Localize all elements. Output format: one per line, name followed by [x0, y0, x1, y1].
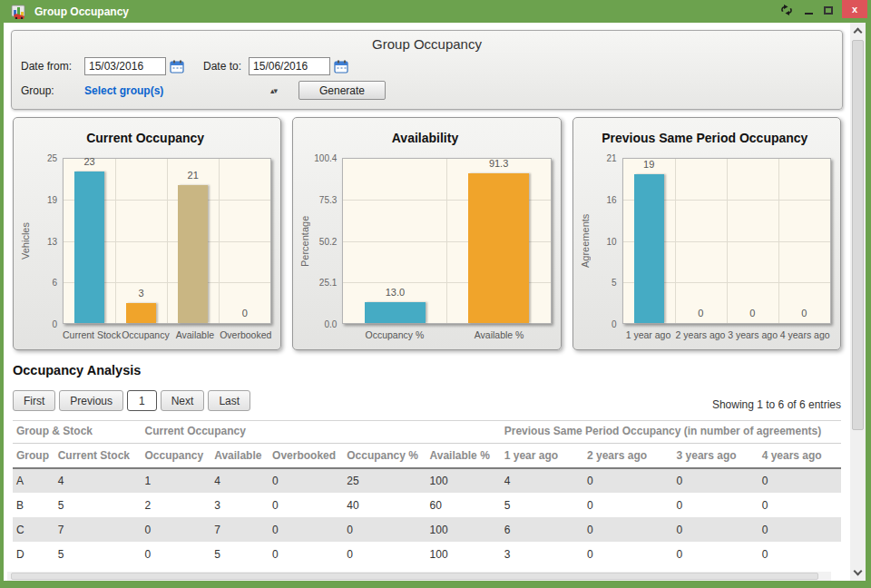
- y-tick-label: 6: [52, 278, 57, 288]
- bar: [468, 173, 528, 323]
- table-cell: 25: [343, 468, 426, 493]
- chart-title: Previous Same Period Occupancy: [579, 131, 831, 145]
- column-header-cell: Occupancy: [142, 444, 211, 469]
- group-header-cell: Group & Stock: [13, 421, 142, 444]
- x-axis-labels: Occupancy %Available %: [342, 324, 551, 344]
- table-cell: 0: [269, 517, 343, 542]
- y-axis-ticks: 21161050: [592, 158, 622, 324]
- table-cell: 0: [343, 542, 426, 566]
- vertical-scrollbar[interactable]: [850, 23, 866, 581]
- horizontal-scrollbar[interactable]: [7, 572, 831, 581]
- table-cell: 5: [54, 493, 142, 517]
- maximize-button[interactable]: [818, 0, 838, 20]
- x-axis-labels: Current StockOccupancyAvailableOverbooke…: [63, 324, 271, 344]
- y-tick-label: 19: [47, 194, 57, 204]
- column-header-cell: Current Stock: [54, 444, 142, 469]
- column-header-cell: Overbooked: [269, 444, 343, 469]
- column-header-cell: 1 year ago: [501, 444, 583, 469]
- y-tick-label: 0.0: [324, 319, 337, 329]
- chart-title: Availability: [298, 131, 551, 145]
- chart-previous-occupancy: Previous Same Period Occupancy Agreement…: [573, 117, 841, 350]
- y-axis-label: Vehicles: [19, 158, 32, 324]
- table-cell: 40: [343, 493, 426, 517]
- calendar-icon[interactable]: [334, 60, 349, 74]
- group-header-cell: Previous Same Period Occupancy (in numbe…: [501, 421, 841, 444]
- bar-value-label: 0: [727, 308, 778, 318]
- column-header-cell: 4 years ago: [758, 444, 841, 469]
- sync-icon[interactable]: [775, 0, 798, 20]
- y-axis-ticks: 25191360: [32, 158, 63, 324]
- y-axis-label: Agreements: [579, 158, 592, 324]
- table-cell: 1: [142, 468, 211, 493]
- page-button-last[interactable]: Last: [208, 390, 250, 411]
- report-form-panel: Group Occupancy Date from: Date to:: [11, 30, 843, 110]
- chart-title: Current Occupancy: [19, 131, 271, 145]
- y-tick-label: 13: [47, 236, 57, 246]
- table-cell: 0: [269, 542, 343, 566]
- close-button[interactable]: x: [842, 0, 867, 18]
- column-header-cell: Available %: [426, 444, 501, 469]
- calendar-icon[interactable]: [170, 60, 185, 74]
- y-tick-label: 25.1: [319, 278, 337, 288]
- scroll-down-arrow-icon[interactable]: [850, 565, 866, 581]
- group-select[interactable]: Select group(s) ▴▾: [84, 84, 277, 97]
- page-button-first[interactable]: First: [13, 390, 55, 411]
- table-cell: 3: [501, 542, 583, 566]
- x-category-label: 1 year ago: [622, 324, 675, 344]
- table-cell: 6: [501, 517, 583, 542]
- table-cell: 4: [210, 468, 269, 493]
- minimize-button[interactable]: [798, 0, 818, 20]
- bar-value-label: 91.3: [447, 158, 551, 169]
- page-button-next[interactable]: Next: [161, 390, 205, 411]
- vertical-scrollbar-thumb[interactable]: [852, 40, 864, 430]
- y-tick-label: 5: [612, 278, 617, 288]
- table-cell: 0: [673, 517, 758, 542]
- column-header-cell: 2 years ago: [583, 444, 673, 469]
- titlebar: Group Occupancy x: [0, 0, 871, 23]
- occupancy-table: Group & StockCurrent OccupancyPrevious S…: [13, 420, 841, 566]
- form-title: Group Occupancy: [21, 36, 833, 52]
- generate-button[interactable]: Generate: [298, 81, 386, 100]
- y-tick-label: 21: [607, 153, 617, 163]
- bar-value-label: 3: [115, 288, 167, 299]
- bar: [365, 302, 425, 323]
- x-axis-labels: 1 year ago2 years ago3 years ago4 years …: [622, 324, 831, 344]
- x-category-label: Occupancy: [121, 324, 170, 344]
- group-header-cell: Current Occupancy: [142, 421, 501, 444]
- page-button-1[interactable]: 1: [127, 390, 157, 411]
- table-cell: 5: [501, 493, 583, 517]
- table-cell: 0: [269, 493, 343, 517]
- chart-current-occupancy: Current Occupancy Vehicles 25191360 2332…: [13, 117, 281, 350]
- table-cell: 0: [673, 542, 758, 566]
- table-cell: 0: [142, 542, 211, 566]
- table-cell: 7: [210, 517, 269, 542]
- bar-value-label: 21: [167, 170, 219, 181]
- y-tick-label: 0: [612, 319, 617, 329]
- table-cell: 2: [142, 493, 211, 517]
- chart-availability: Availability Percentage 100.475.350.225.…: [292, 117, 561, 350]
- y-tick-label: 0: [52, 319, 57, 329]
- date-to-input[interactable]: [249, 57, 330, 75]
- x-category-label: 3 years ago: [727, 324, 779, 344]
- horizontal-scrollbar-thumb[interactable]: [11, 573, 818, 580]
- date-from-input[interactable]: [84, 57, 166, 75]
- bar-value-label: 0: [219, 308, 270, 318]
- plot-area: 13.091.3: [342, 158, 551, 324]
- table-cell: 100: [426, 542, 501, 566]
- bar: [634, 174, 664, 323]
- y-axis-label: Percentage: [298, 158, 311, 324]
- y-tick-label: 50.2: [319, 236, 337, 246]
- table-cell: A: [13, 468, 54, 493]
- page-button-previous[interactable]: Previous: [59, 390, 123, 411]
- x-category-label: Occupancy %: [342, 324, 446, 344]
- y-tick-label: 16: [607, 194, 617, 204]
- bar-value-label: 23: [64, 156, 115, 167]
- table-row: D505001003000: [13, 542, 841, 566]
- main-content: Group Occupancy Date from: Date to:: [4, 23, 850, 581]
- table-row: A4140251004000: [13, 468, 841, 493]
- table-cell: 0: [583, 468, 673, 493]
- table-column-header-row: GroupCurrent StockOccupancyAvailableOver…: [13, 444, 841, 469]
- scroll-up-arrow-icon[interactable]: [850, 23, 866, 38]
- bar: [74, 172, 104, 323]
- y-axis-ticks: 100.475.350.225.10.0: [311, 158, 342, 324]
